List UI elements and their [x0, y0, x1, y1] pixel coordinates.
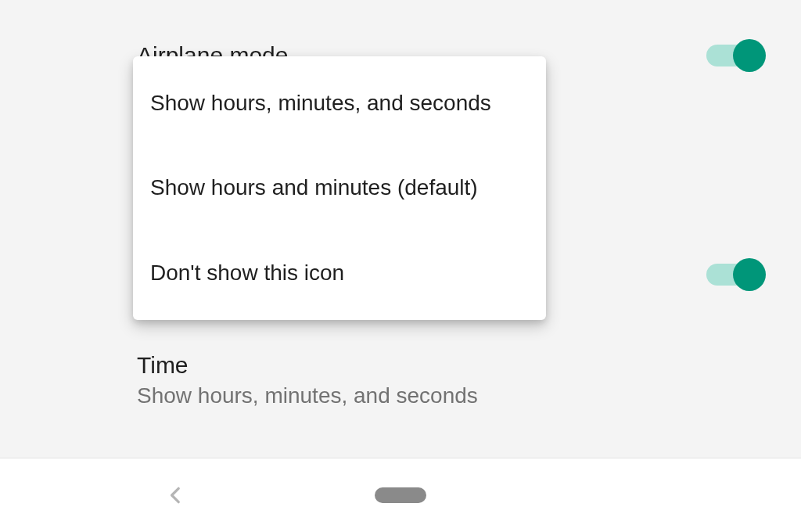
time-label: Time	[137, 352, 766, 379]
time-options-popup: Show hours, minutes, and seconds Show ho…	[133, 56, 546, 320]
middle-toggle[interactable]	[705, 260, 766, 289]
popup-option-hms[interactable]: Show hours, minutes, and seconds	[133, 61, 546, 146]
popup-option-hide[interactable]: Don't show this icon	[133, 231, 546, 315]
home-pill[interactable]	[375, 487, 426, 503]
setting-row-time[interactable]: Time Show hours, minutes, and seconds	[137, 352, 766, 408]
navigation-bar	[0, 458, 801, 532]
chevron-left-icon	[166, 485, 186, 505]
popup-option-hm-default[interactable]: Show hours and minutes (default)	[133, 146, 546, 230]
settings-content: Airplane mode Time Show hours, minutes, …	[0, 0, 801, 458]
toggle-thumb	[733, 39, 766, 72]
time-subtitle: Show hours, minutes, and seconds	[137, 383, 766, 408]
toggle-thumb	[733, 258, 766, 291]
airplane-mode-toggle[interactable]	[705, 41, 766, 70]
back-button[interactable]	[160, 480, 192, 511]
